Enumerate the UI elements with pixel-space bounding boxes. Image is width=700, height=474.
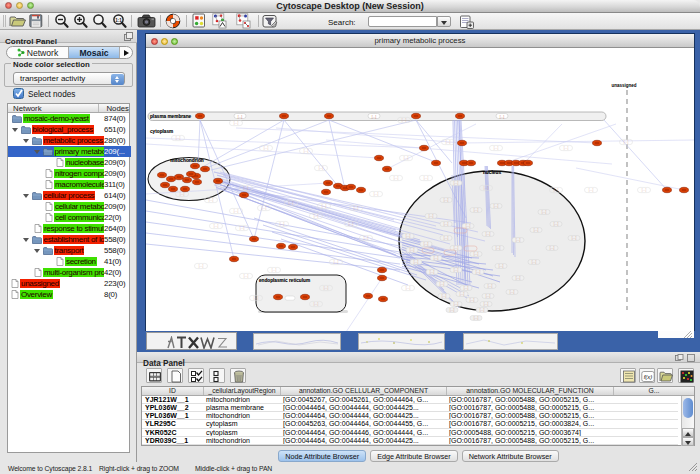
svg-text:[....]: [....] — [262, 206, 267, 210]
svg-text:[....]: [....] — [434, 256, 439, 260]
svg-text:[....]: [....] — [476, 270, 481, 274]
svg-text:[....]: [....] — [484, 302, 489, 306]
svg-text:[....]: [....] — [180, 192, 185, 196]
svg-text:[....]: [....] — [430, 270, 435, 274]
svg-text:[....]: [....] — [429, 214, 434, 218]
svg-text:[....]: [....] — [402, 118, 407, 122]
svg-text:[....]: [....] — [234, 209, 239, 213]
svg-text:[....]: [....] — [410, 248, 415, 252]
svg-text:[....]: [....] — [454, 246, 459, 250]
svg-text:[....]: [....] — [532, 260, 537, 264]
svg-text:[....]: [....] — [404, 156, 409, 160]
svg-text:cytoplasm: cytoplasm — [150, 129, 173, 134]
svg-text:[....]: [....] — [589, 188, 594, 192]
svg-text:[....]: [....] — [550, 246, 555, 250]
svg-text:[....]: [....] — [486, 294, 491, 298]
svg-text:[....]: [....] — [542, 210, 547, 214]
svg-text:[....]: [....] — [474, 208, 479, 212]
svg-text:[....]: [....] — [240, 226, 245, 230]
svg-text:[....]: [....] — [624, 140, 629, 144]
svg-text:[....]: [....] — [322, 204, 327, 208]
svg-text:[....]: [....] — [499, 264, 504, 268]
svg-text:[...]: [...] — [238, 115, 243, 119]
svg-text:[....]: [....] — [440, 282, 445, 286]
svg-text:nucleus: nucleus — [483, 170, 501, 175]
svg-text:[....]: [....] — [406, 286, 411, 290]
svg-text:[....]: [....] — [450, 308, 455, 312]
svg-text:[....]: [....] — [280, 222, 285, 226]
svg-text:[....]: [....] — [414, 260, 419, 264]
svg-text:[....]: [....] — [394, 176, 399, 180]
svg-text:endoplasmic reticulum: endoplasmic reticulum — [259, 278, 310, 283]
svg-text:[....]: [....] — [480, 308, 485, 312]
svg-text:[....]: [....] — [446, 140, 451, 144]
svg-text:[....]: [....] — [454, 268, 459, 272]
svg-text:[...]: [...] — [500, 115, 505, 119]
svg-text:[....]: [....] — [460, 292, 465, 296]
svg-text:[....]: [....] — [554, 188, 559, 192]
svg-text:[....]: [....] — [444, 222, 449, 226]
svg-text:[....]: [....] — [406, 234, 411, 238]
svg-text:[....]: [....] — [554, 222, 559, 226]
svg-text:[....]: [....] — [324, 286, 329, 290]
svg-text:[....]: [....] — [494, 204, 499, 208]
svg-text:[....]: [....] — [454, 302, 459, 306]
svg-text:[....]: [....] — [444, 236, 449, 240]
svg-text:[....]: [....] — [364, 236, 369, 240]
svg-text:[....]: [....] — [319, 166, 324, 170]
svg-text:[....]: [....] — [534, 228, 539, 232]
svg-text:f(x): f(x) — [644, 374, 653, 380]
svg-text:[....]: [....] — [572, 236, 577, 240]
svg-text:[....]: [....] — [474, 316, 479, 320]
svg-text:[....]: [....] — [314, 302, 319, 306]
svg-text:[....]: [....] — [564, 146, 569, 150]
svg-text:[....]: [....] — [209, 198, 214, 202]
svg-text:[....]: [....] — [424, 176, 429, 180]
svg-text:[....]: [....] — [510, 290, 515, 294]
svg-text:[...]: [...] — [372, 115, 377, 119]
svg-text:[....]: [....] — [488, 284, 493, 288]
svg-text:[....]: [....] — [516, 276, 521, 280]
svg-text:[....]: [....] — [642, 188, 647, 192]
svg-text:[....]: [....] — [264, 146, 269, 150]
svg-text:[....]: [....] — [444, 198, 449, 202]
svg-text:1:1: 1:1 — [115, 18, 122, 23]
svg-text:[....]: [....] — [464, 286, 469, 290]
svg-text:[....]: [....] — [349, 222, 354, 226]
svg-text:[....]: [....] — [254, 296, 259, 300]
svg-text:[....]: [....] — [199, 264, 204, 268]
svg-text:[....]: [....] — [244, 186, 249, 190]
svg-text:[....]: [....] — [494, 146, 499, 150]
svg-text:[....]: [....] — [334, 260, 339, 264]
svg-text:[....]: [....] — [516, 238, 521, 242]
svg-text:[....]: [....] — [454, 181, 459, 185]
svg-text:[....]: [....] — [424, 242, 429, 246]
svg-text:[....]: [....] — [176, 136, 181, 140]
svg-text:[....]: [....] — [474, 252, 479, 256]
svg-text:[....]: [....] — [486, 232, 491, 236]
svg-text:[....]: [....] — [314, 214, 319, 218]
svg-text:[....]: [....] — [272, 268, 277, 272]
svg-text:[....]: [....] — [466, 224, 471, 228]
svg-text:[....]: [....] — [470, 298, 475, 302]
svg-text:[....]: [....] — [214, 224, 219, 228]
svg-text:[....]: [....] — [496, 246, 501, 250]
svg-text:[....]: [....] — [304, 149, 309, 153]
svg-text:[....]: [....] — [442, 294, 447, 298]
svg-text:[....]: [....] — [374, 192, 379, 196]
svg-text:[....]: [....] — [484, 186, 489, 190]
svg-text:plasma membrane: plasma membrane — [150, 114, 192, 119]
svg-text:unassigned: unassigned — [611, 83, 636, 88]
svg-text:[....]: [....] — [234, 121, 239, 125]
svg-text:mitochondrion: mitochondrion — [170, 158, 204, 163]
svg-text:[....]: [....] — [289, 201, 294, 205]
svg-text:[....]: [....] — [354, 206, 359, 210]
svg-text:[....]: [....] — [244, 274, 249, 278]
